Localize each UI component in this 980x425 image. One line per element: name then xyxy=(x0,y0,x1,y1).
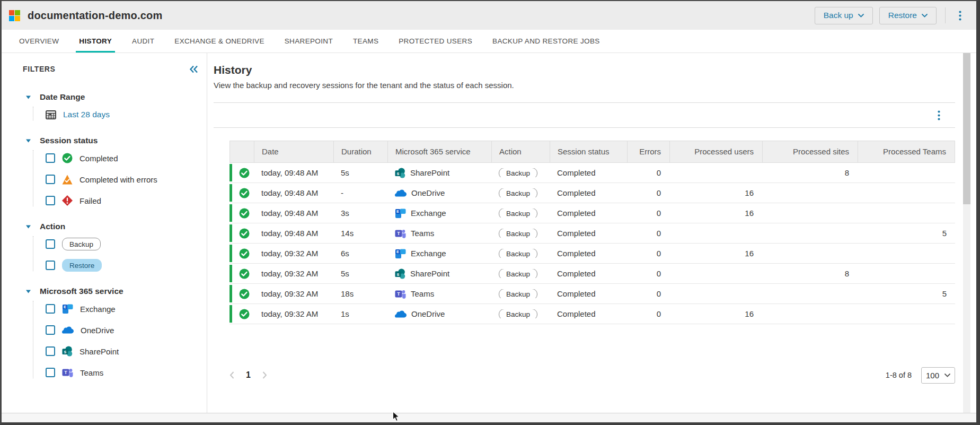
svg-text:E: E xyxy=(396,209,399,214)
column-header-duration[interactable]: Duration xyxy=(334,141,388,162)
action-badge: Backup xyxy=(499,269,537,278)
filter-item-backup[interactable]: Backup xyxy=(26,233,207,255)
filter-item-label: OneDrive xyxy=(81,326,114,335)
session-status-label-cell: Completed xyxy=(550,309,627,318)
session-status-label-cell: Completed xyxy=(550,289,627,298)
current-page-number[interactable]: 1 xyxy=(246,370,251,380)
tab-sharepoint[interactable]: SHAREPOINT xyxy=(281,30,336,53)
processed-teams-cell: 5 xyxy=(858,229,955,238)
scrollbar-thumb[interactable] xyxy=(963,53,970,204)
column-header-status[interactable] xyxy=(230,141,254,162)
column-header-action[interactable]: Action xyxy=(492,141,550,162)
restore-button[interactable]: Restore xyxy=(879,7,937,24)
tab-overview[interactable]: OVERVIEW xyxy=(16,30,62,53)
errors-cell: 0 xyxy=(627,289,669,298)
column-header-processed-teams[interactable]: Processed Teams xyxy=(858,141,955,162)
action-cell: Backup xyxy=(491,188,550,197)
titlebar-kebab-menu-button[interactable] xyxy=(953,7,967,23)
section-header-microsoft-365-service[interactable]: Microsoft 365 service xyxy=(26,284,207,298)
filter-item-completed-with-errors[interactable]: Completed with errors xyxy=(26,169,207,190)
column-header-date[interactable]: Date xyxy=(254,141,334,162)
table-row[interactable]: today, 09:32 AM6sEExchangeBackupComplete… xyxy=(229,244,955,264)
page-size-select[interactable]: 100 xyxy=(921,367,955,384)
filter-item-restore[interactable]: Restore xyxy=(26,255,207,276)
tab-teams[interactable]: TEAMS xyxy=(350,30,382,53)
backup-button[interactable]: Back up xyxy=(815,7,873,24)
table-row[interactable]: today, 09:48 AM3sEExchangeBackupComplete… xyxy=(229,203,955,223)
next-page-button[interactable] xyxy=(262,371,267,379)
triangle-down-icon xyxy=(26,225,31,229)
service-label: Exchange xyxy=(411,249,446,258)
checkbox-completed-with-errors[interactable] xyxy=(46,175,55,184)
column-header-errors[interactable]: Errors xyxy=(628,141,670,162)
tab-protected-users[interactable]: PROTECTED USERS xyxy=(395,30,475,53)
table-kebab-menu-button[interactable] xyxy=(932,107,946,123)
action-badge: Backup xyxy=(499,229,537,238)
filter-item-teams[interactable]: TTeams xyxy=(26,362,207,383)
checkbox-restore[interactable] xyxy=(46,261,55,270)
svg-text:s: s xyxy=(397,271,400,276)
checkbox-exchange[interactable] xyxy=(46,304,55,314)
column-header-session-status[interactable]: Session status xyxy=(550,141,628,162)
filter-sections: Date RangeLast 28 daysSession statusComp… xyxy=(2,90,207,383)
teams-icon: T xyxy=(395,289,406,299)
action-badge: Backup xyxy=(499,209,537,218)
svg-text:T: T xyxy=(64,370,67,375)
filter-item-failed[interactable]: Failed xyxy=(26,190,207,211)
section-title: Action xyxy=(40,222,65,231)
filter-item-onedrive[interactable]: OneDrive xyxy=(26,319,207,341)
column-header-processed-users[interactable]: Processed users xyxy=(670,141,763,162)
divider xyxy=(214,127,955,128)
date-cell: today, 09:32 AM xyxy=(254,309,333,318)
table-row[interactable]: today, 09:32 AM18sTTeamsBackupCompleted0… xyxy=(229,284,955,304)
svg-text:T: T xyxy=(397,231,400,236)
filter-item-label: Failed xyxy=(80,196,101,205)
table-row[interactable]: today, 09:48 AM14sTTeamsBackupCompleted0… xyxy=(229,223,955,244)
service-cell: OneDrive xyxy=(387,188,491,197)
processed-sites-cell: 8 xyxy=(762,168,858,177)
column-header-microsoft-365-service[interactable]: Microsoft 365 service xyxy=(388,141,492,162)
action-cell: Backup xyxy=(491,289,550,298)
table-row[interactable]: today, 09:48 AM5ssSharePointBackupComple… xyxy=(229,163,955,183)
column-header-processed-sites[interactable]: Processed sites xyxy=(763,141,858,162)
sidebar-collapse-button[interactable] xyxy=(189,65,198,73)
section-header-session-status[interactable]: Session status xyxy=(26,134,207,148)
tab-bar: OVERVIEWHISTORYAUDITEXCHANGE & ONEDRIVES… xyxy=(2,30,976,53)
service-cell: EExchange xyxy=(387,248,491,259)
filter-item-exchange[interactable]: EExchange xyxy=(26,298,207,319)
service-label: Teams xyxy=(411,229,434,238)
table-row[interactable]: today, 09:32 AM5ssSharePointBackupComple… xyxy=(229,264,955,284)
microsoft-logo-icon xyxy=(9,10,20,21)
section-items: EExchangeOneDrivesSharePointTTeams xyxy=(26,298,207,383)
filter-item-completed[interactable]: Completed xyxy=(26,148,207,169)
tab-history[interactable]: HISTORY xyxy=(76,30,115,53)
checkbox-backup[interactable] xyxy=(46,239,55,249)
filter-item-label: Completed xyxy=(80,154,118,163)
triangle-down-icon xyxy=(26,139,31,143)
checkbox-sharepoint[interactable] xyxy=(46,346,55,356)
calendar-icon xyxy=(46,110,56,119)
table-row[interactable]: today, 09:32 AM1sOneDriveBackupCompleted… xyxy=(229,304,955,324)
section-header-action[interactable]: Action xyxy=(26,220,207,233)
filter-item-sharepoint[interactable]: sSharePoint xyxy=(26,341,207,362)
checkbox-onedrive[interactable] xyxy=(46,325,55,335)
checkbox-failed[interactable] xyxy=(46,196,55,205)
checkbox-completed[interactable] xyxy=(46,153,55,163)
items-range-label: 1-8 of 8 xyxy=(886,371,912,379)
tab-backup-and-restore-jobs[interactable]: BACKUP AND RESTORE JOBS xyxy=(489,30,603,53)
session-status-cell xyxy=(229,228,254,239)
table-row[interactable]: today, 09:48 AM-OneDriveBackupCompleted0… xyxy=(229,183,955,203)
checkbox-teams[interactable] xyxy=(46,368,55,377)
filter-item-last-28-days[interactable]: Last 28 days xyxy=(26,104,207,125)
errors-cell: 0 xyxy=(627,249,669,258)
vertical-scrollbar[interactable] xyxy=(963,53,970,413)
history-table: DateDurationMicrosoft 365 serviceActionS… xyxy=(229,141,955,324)
tab-audit[interactable]: AUDIT xyxy=(129,30,157,53)
sharepoint-icon: s xyxy=(62,346,73,357)
section-header-date-range[interactable]: Date Range xyxy=(26,90,207,104)
processed-sites-cell: 8 xyxy=(762,269,858,278)
previous-page-button[interactable] xyxy=(229,371,234,379)
tab-exchange-onedrive[interactable]: EXCHANGE & ONEDRIVE xyxy=(171,30,267,53)
table-toolbar xyxy=(214,103,955,127)
page-title: History xyxy=(214,64,955,76)
